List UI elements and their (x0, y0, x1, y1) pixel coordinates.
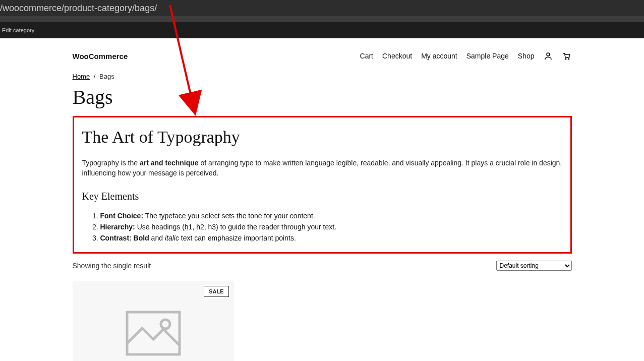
page-container: WooCommerce Cart Checkout My account Sam… (73, 38, 572, 361)
result-count-text: Showing the single result (73, 262, 151, 270)
product-grid: SALE (73, 281, 572, 361)
nav-cart[interactable]: Cart (360, 52, 373, 60)
li2-text: Use headings (h1, h2, h3) to guide the r… (135, 223, 336, 231)
para-bold: art and technique (140, 159, 199, 167)
breadcrumb-separator: / (94, 73, 96, 80)
site-title[interactable]: WooCommerce (73, 52, 128, 61)
browser-url-bar[interactable]: /woocommerce/product-category/bags/ (0, 0, 644, 16)
li3-label: Contrast: (100, 234, 132, 242)
description-subheading: Key Elements (82, 191, 562, 202)
nav-shop[interactable]: Shop (518, 52, 535, 60)
li3-tail: text can emphasize important points. (179, 234, 296, 242)
li3-mid: and (149, 234, 165, 242)
key-elements-list: Font Choice: The typeface you select set… (82, 210, 562, 244)
nav-my-account[interactable]: My account (421, 52, 457, 60)
description-paragraph: Typography is the art and technique of a… (82, 158, 562, 178)
wp-admin-bar: Edit category (0, 22, 644, 38)
nav-checkout[interactable]: Checkout (382, 52, 412, 60)
main-nav: Cart Checkout My account Sample Page Sho… (360, 51, 572, 61)
svg-point-2 (568, 58, 569, 59)
sale-badge: SALE (204, 286, 228, 297)
li3-italic: italic (165, 234, 179, 242)
edit-category-link[interactable]: Edit category (2, 27, 34, 33)
list-item: Contrast: Bold and italic text can empha… (100, 232, 562, 244)
svg-rect-3 (127, 312, 180, 354)
breadcrumb-home[interactable]: Home (73, 73, 90, 80)
li1-label: Font Choice: (100, 212, 144, 220)
product-card[interactable]: SALE (73, 281, 234, 361)
sort-select[interactable]: Default sorting (496, 261, 572, 271)
li3-bold: Bold (132, 234, 149, 242)
para-lead: Typography is the (82, 159, 140, 167)
nav-sample-page[interactable]: Sample Page (466, 52, 509, 60)
li1-text: The typeface you select sets the tone fo… (143, 212, 315, 220)
url-text: /woocommerce/product-category/bags/ (0, 3, 157, 13)
browser-sub-bar (0, 16, 644, 22)
description-heading: The Art of Typography (82, 128, 562, 147)
li2-label: Hierarchy: (100, 223, 135, 231)
user-icon[interactable] (544, 51, 553, 61)
results-bar: Showing the single result Default sortin… (73, 261, 572, 271)
list-item: Hierarchy: Use headings (h1, h2, h3) to … (100, 221, 562, 232)
svg-point-4 (161, 320, 170, 329)
svg-point-1 (565, 58, 566, 59)
category-title: Bags (73, 85, 572, 109)
cart-icon[interactable] (562, 51, 572, 61)
site-header: WooCommerce Cart Checkout My account Sam… (73, 48, 572, 73)
breadcrumb: Home / Bags (73, 73, 572, 80)
breadcrumb-current: Bags (99, 73, 114, 80)
category-description-box: The Art of Typography Typography is the … (73, 116, 572, 254)
svg-point-0 (547, 53, 550, 56)
placeholder-image-icon (80, 288, 227, 361)
list-item: Font Choice: The typeface you select set… (100, 210, 562, 221)
